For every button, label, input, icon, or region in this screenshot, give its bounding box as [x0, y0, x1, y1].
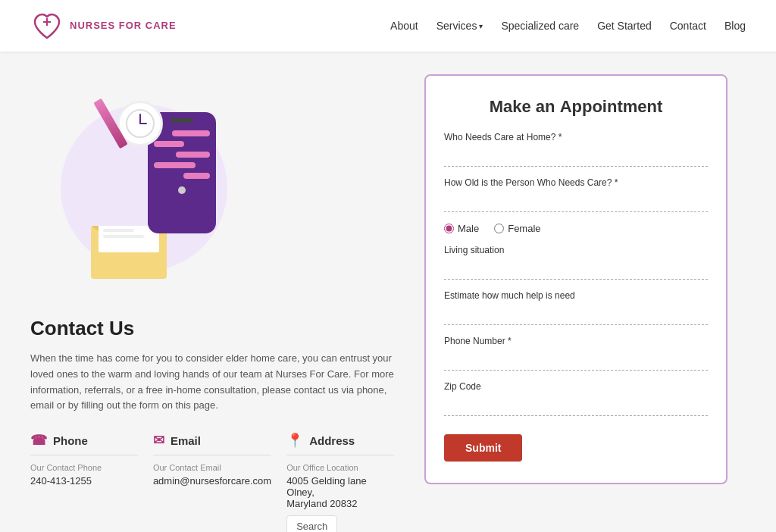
- email-value: admin@nursesforcare.com: [153, 475, 271, 487]
- email-icon: ✉: [153, 432, 164, 449]
- right-panel: Make an Appointment Who Needs Care at Ho…: [424, 74, 728, 532]
- form-group-age: How Old is the Person Who Needs Care? *: [444, 177, 708, 212]
- radio-group-gender: Male Female: [444, 223, 708, 234]
- form-title-prefix: Make an: [490, 97, 560, 116]
- address-line1: 4005 Gelding lane: [286, 475, 394, 487]
- address-label: Address: [309, 434, 355, 447]
- address-header: 📍 Address: [286, 432, 394, 455]
- form-title: Make an Appointment: [444, 97, 708, 117]
- form-group-zip: Zip Code: [444, 381, 708, 416]
- address-sub-label: Our Office Location: [286, 463, 394, 472]
- contact-email-col: ✉ Email Our Contact Email admin@nursesfo…: [153, 432, 271, 532]
- phone-header: ☎ Phone: [30, 432, 138, 455]
- form-group-phone: Phone Number *: [444, 336, 708, 371]
- form-title-bold: Appointment: [560, 97, 663, 116]
- contact-info-row: ☎ Phone Our Contact Phone 240-413-1255 ✉…: [30, 432, 394, 532]
- address-line3: Maryland 20832: [286, 498, 394, 509]
- main-content: Contact Us When the time has come for yo…: [0, 52, 776, 532]
- header: NURSES FOR CARE About Services ▾ Special…: [0, 0, 776, 52]
- phone-value: 240-413-1255: [30, 475, 138, 487]
- input-estimate[interactable]: [444, 304, 708, 325]
- nav-about[interactable]: About: [390, 20, 418, 32]
- nav-services[interactable]: Services ▾: [436, 20, 483, 32]
- label-age: How Old is the Person Who Needs Care? *: [444, 177, 708, 188]
- phone-sub-label: Our Contact Phone: [30, 463, 138, 472]
- logo-text: NURSES FOR CARE: [70, 20, 177, 32]
- radio-female[interactable]: [494, 224, 504, 233]
- contact-address-col: 📍 Address Our Office Location 4005 Geldi…: [286, 432, 394, 532]
- email-sub-label: Our Contact Email: [153, 463, 271, 472]
- radio-male-text: Male: [458, 223, 479, 234]
- contact-section: Contact Us When the time has come for yo…: [30, 317, 394, 532]
- input-living[interactable]: [444, 258, 708, 280]
- input-who[interactable]: [444, 146, 708, 167]
- label-who: Who Needs Care at Home? *: [444, 132, 708, 142]
- illustration: [30, 74, 394, 302]
- appointment-form-card: Make an Appointment Who Needs Care at Ho…: [424, 74, 728, 484]
- label-estimate: Estimate how much help is need: [444, 290, 708, 301]
- email-label: Email: [171, 434, 201, 447]
- illus-envelope: [91, 226, 167, 279]
- form-group-who: Who Needs Care at Home? *: [444, 132, 708, 167]
- main-nav: About Services ▾ Specialized care Get St…: [390, 20, 746, 32]
- nav-blog[interactable]: Blog: [724, 20, 746, 32]
- address-line2: Olney,: [286, 487, 394, 498]
- left-panel: Contact Us When the time has come for yo…: [30, 74, 394, 532]
- nav-contact[interactable]: Contact: [670, 20, 706, 32]
- radio-female-label[interactable]: Female: [494, 223, 540, 234]
- nav-specialized-care[interactable]: Specialized care: [501, 20, 579, 32]
- radio-female-text: Female: [508, 223, 540, 234]
- radio-male[interactable]: [444, 224, 454, 233]
- phone-label: Phone: [53, 434, 88, 447]
- logo-icon: [30, 9, 64, 42]
- illus-phone-dots: [178, 186, 186, 194]
- location-icon: 📍: [286, 432, 303, 449]
- search-bar[interactable]: Search: [286, 515, 337, 532]
- email-header: ✉ Email: [153, 432, 271, 455]
- nav-get-started[interactable]: Get Started: [597, 20, 652, 32]
- form-group-estimate: Estimate how much help is need: [444, 290, 708, 325]
- radio-male-label[interactable]: Male: [444, 223, 479, 234]
- label-phone: Phone Number *: [444, 336, 708, 346]
- submit-button[interactable]: Submit: [444, 434, 522, 462]
- phone-icon: ☎: [30, 432, 47, 449]
- input-phone[interactable]: [444, 349, 708, 371]
- contact-description: When the time has come for you to consid…: [30, 351, 394, 414]
- label-zip: Zip Code: [444, 381, 708, 392]
- logo-area: NURSES FOR CARE: [30, 9, 177, 42]
- input-age[interactable]: [444, 191, 708, 212]
- contact-title: Contact Us: [30, 317, 394, 340]
- contact-phone-col: ☎ Phone Our Contact Phone 240-413-1255: [30, 432, 138, 532]
- input-zip[interactable]: [444, 395, 708, 416]
- chevron-down-icon: ▾: [479, 22, 483, 30]
- form-group-living: Living situation: [444, 245, 708, 280]
- label-living: Living situation: [444, 245, 708, 255]
